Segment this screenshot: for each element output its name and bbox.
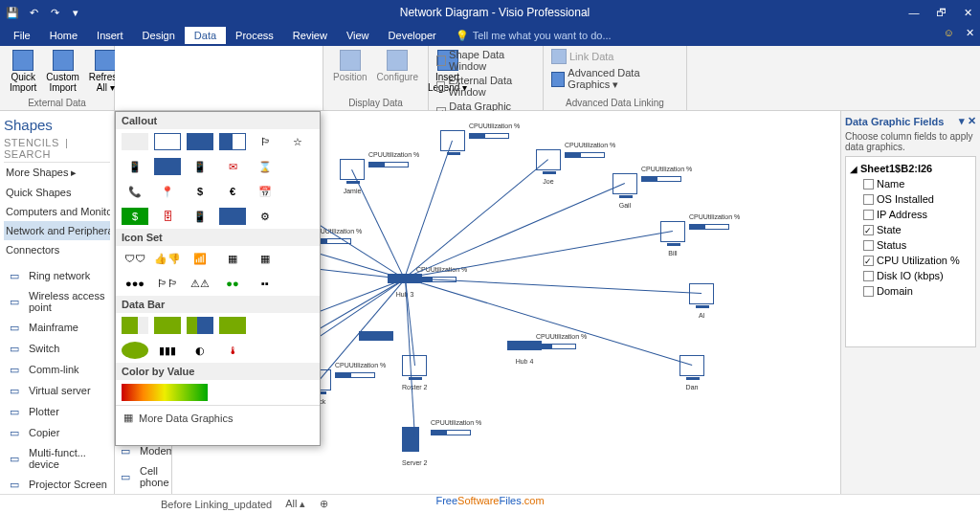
tab-design[interactable]: Design — [133, 27, 185, 44]
bar-opt[interactable]: ◐ — [187, 342, 213, 359]
icon-opt[interactable]: ●●● — [122, 275, 148, 292]
shape-item[interactable]: ▭Wireless access point — [4, 286, 110, 317]
close-icon[interactable]: ✕ — [961, 6, 974, 19]
field-check[interactable]: Disk IO (kbps) — [850, 268, 971, 283]
save-icon[interactable]: 💾 — [6, 6, 19, 19]
quick-import-button[interactable]: Quick Import — [6, 48, 40, 95]
more-data-graphics[interactable]: ▦More Data Graphics — [116, 405, 320, 430]
panel-close-icon[interactable]: ✕ — [968, 115, 976, 126]
callout-opt[interactable]: ✉ — [219, 158, 246, 175]
tab-view[interactable]: View — [337, 27, 379, 44]
field-check[interactable]: OS Installed — [850, 191, 971, 207]
shape-item[interactable]: ▭Switch — [4, 338, 110, 359]
shape-item[interactable]: ▭Ring network — [4, 265, 110, 286]
add-sheet-icon[interactable]: ⊕ — [320, 498, 328, 510]
callout-opt[interactable] — [219, 208, 246, 225]
diagram-node[interactable]: Al — [689, 283, 714, 319]
icon-opt[interactable]: ▦ — [252, 250, 278, 267]
redo-icon[interactable]: ↷ — [48, 6, 61, 19]
bar-opt[interactable]: ▮▮▮ — [154, 342, 181, 359]
field-check[interactable]: State — [850, 222, 971, 237]
restore-icon[interactable]: 🗗 — [934, 6, 947, 19]
bar-opt[interactable]: 🌡 — [219, 342, 246, 359]
icon-opt[interactable]: ⚠⚠ — [187, 275, 213, 292]
shape-item[interactable]: ▭Plotter — [4, 401, 110, 422]
tab-home[interactable]: Home — [40, 27, 87, 44]
icon-opt[interactable]: ▦ — [219, 250, 246, 267]
stencils-tab[interactable]: STENCILS — [4, 137, 59, 148]
shape-item[interactable]: ▭Copier — [4, 422, 110, 443]
shape-item[interactable]: ▭Cell phone — [115, 461, 171, 492]
search-tab[interactable]: SEARCH — [4, 148, 51, 160]
callout-opt[interactable]: 📅 — [252, 183, 278, 200]
advanced-data-graphics-button[interactable]: Advanced Data Graphics ▾ — [549, 66, 680, 92]
callout-opt[interactable] — [154, 158, 181, 175]
quick-shapes[interactable]: Quick Shapes — [4, 183, 110, 202]
callout-opt[interactable]: 📞 — [122, 183, 148, 200]
callout-opt[interactable]: $ — [122, 208, 148, 225]
callout-opt[interactable]: 📱 — [187, 158, 213, 175]
bar-opt[interactable] — [154, 317, 181, 334]
custom-import-button[interactable]: Custom Import — [42, 48, 82, 95]
icon-opt[interactable]: 📶 — [187, 250, 213, 267]
shape-data-window-check[interactable]: Shape Data Window — [434, 48, 537, 73]
smiley-icon[interactable]: ☺ — [944, 27, 954, 39]
callout-opt[interactable]: 🏳 — [252, 133, 278, 150]
callout-opt[interactable] — [219, 133, 246, 150]
undo-icon[interactable]: ↶ — [27, 6, 40, 19]
diagram-node[interactable]: CPUUtilization %Bill — [660, 221, 685, 256]
callout-opt[interactable]: 🗄 — [154, 208, 181, 225]
bar-opt[interactable] — [219, 317, 246, 334]
diagram-node[interactable]: Dan — [679, 355, 704, 390]
bar-opt[interactable] — [122, 342, 148, 359]
minimize-icon[interactable]: — — [907, 6, 921, 19]
cat-computers[interactable]: Computers and Monitors — [4, 202, 110, 221]
qat-more-icon[interactable]: ▾ — [69, 6, 82, 19]
external-data-window-check[interactable]: External Data Window — [434, 74, 537, 99]
diagram-node[interactable] — [359, 331, 393, 348]
callout-opt[interactable] — [187, 133, 213, 150]
shape-item[interactable]: ▭Comm-link — [4, 359, 110, 380]
icon-opt[interactable]: 🏳🏳 — [154, 275, 181, 292]
icon-opt[interactable]: 🛡🛡 — [122, 250, 148, 267]
callout-opt[interactable]: ⌛ — [252, 158, 278, 175]
diagram-node[interactable]: CPUUtilization %Gail — [612, 173, 637, 209]
callout-opt[interactable]: 📱 — [122, 158, 148, 175]
callout-opt[interactable]: 📱 — [187, 208, 213, 225]
sheet-tab[interactable]: Before Linking_updated — [161, 499, 272, 510]
field-check[interactable]: IP Address — [850, 207, 971, 222]
close-sub-icon[interactable]: ✕ — [966, 27, 974, 39]
diagram-node[interactable]: CPUUtilization % — [440, 130, 465, 159]
panel-pin-icon[interactable]: ▾ — [959, 115, 965, 126]
sheets-all[interactable]: All ▴ — [285, 498, 305, 510]
cat-connectors[interactable]: Connectors — [4, 240, 110, 259]
diagram-node[interactable]: CPUUtilization %Hub 4 — [507, 341, 542, 365]
field-check[interactable]: Domain — [850, 283, 971, 299]
icon-opt[interactable]: ●● — [219, 275, 246, 292]
field-check[interactable]: Status — [850, 237, 971, 253]
field-check[interactable]: Name — [850, 176, 971, 191]
cat-network[interactable]: Network and Peripherals — [4, 221, 110, 240]
callout-opt[interactable]: € — [219, 183, 246, 200]
callout-opt[interactable]: ☆ — [284, 133, 311, 150]
more-shapes[interactable]: More Shapes ▸ — [4, 163, 110, 183]
shape-item[interactable]: ▭Multi-funct... device — [4, 443, 110, 474]
tab-insert[interactable]: Insert — [87, 27, 133, 44]
tab-file[interactable]: File — [4, 27, 40, 44]
tell-me[interactable]: 💡Tell me what you want to do... — [456, 30, 612, 42]
tab-developer[interactable]: Developer — [379, 27, 446, 44]
link-data-button[interactable]: Link Data — [549, 48, 680, 65]
callout-opt[interactable] — [122, 133, 148, 150]
tab-review[interactable]: Review — [283, 27, 337, 44]
field-check[interactable]: CPU Utilization % — [850, 253, 971, 268]
color-opt[interactable] — [122, 384, 208, 401]
shape-item[interactable]: ▭Projector Screen — [4, 474, 110, 495]
tree-root[interactable]: ◢ Sheet1$B2:I26 — [850, 161, 971, 176]
configure-button[interactable]: Configure — [373, 48, 422, 95]
icon-opt[interactable]: ▪▪ — [252, 275, 278, 292]
position-button[interactable]: Position — [329, 48, 371, 95]
shape-item[interactable]: ▭Mainframe — [4, 317, 110, 338]
bar-opt[interactable] — [122, 317, 148, 334]
callout-opt[interactable] — [154, 133, 181, 150]
callout-opt[interactable]: ⚙ — [252, 208, 278, 225]
